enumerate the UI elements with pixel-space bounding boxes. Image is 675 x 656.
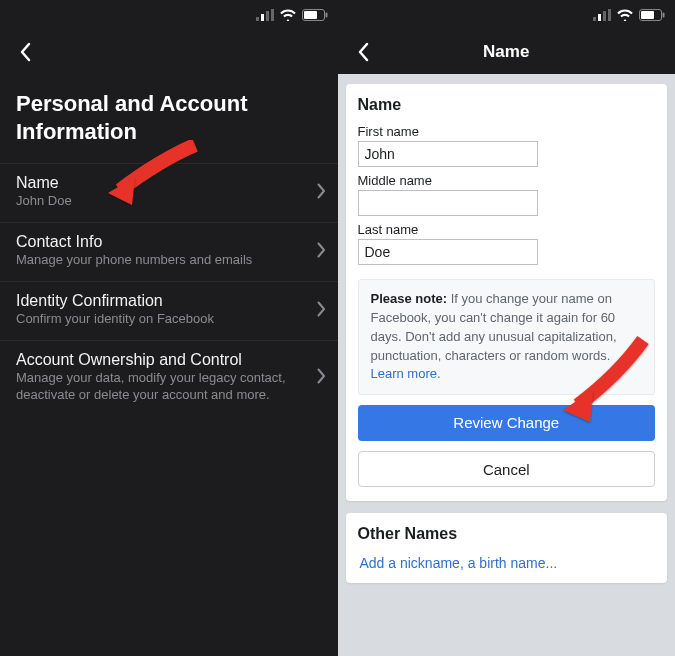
cancel-button[interactable]: Cancel [358,451,656,487]
row-title: Account Ownership and Control [16,351,298,369]
first-name-input[interactable] [358,141,538,167]
svg-rect-1 [261,14,264,21]
back-button[interactable] [12,39,38,65]
last-name-input[interactable] [358,239,538,265]
right-screen: Name Name First name Middle name Last na… [338,0,676,656]
status-bar-left [0,0,338,30]
svg-rect-0 [256,17,259,21]
nav-header-right: Name [338,30,676,74]
svg-rect-13 [641,11,654,19]
learn-more-link[interactable]: Learn more [371,366,437,381]
row-identity-confirmation[interactable]: Identity Confirmation Confirm your ident… [0,281,338,340]
name-card: Name First name Middle name Last name Pl… [346,84,668,501]
add-nickname-link[interactable]: Add a nickname, a birth name... [358,547,656,573]
chevron-right-icon [317,368,326,388]
note-bold: Please note: [371,291,448,306]
row-name[interactable]: Name John Doe [0,163,338,222]
card-title: Name [358,96,656,114]
chevron-right-icon [317,183,326,203]
svg-rect-9 [598,14,601,21]
row-title: Contact Info [16,233,298,251]
back-button[interactable] [350,39,376,65]
row-subtitle: Confirm your identity on Facebook [16,311,298,328]
row-contact-info[interactable]: Contact Info Manage your phone numbers a… [0,222,338,281]
svg-rect-6 [325,13,327,18]
wifi-icon [617,9,633,21]
row-account-ownership[interactable]: Account Ownership and Control Manage you… [0,340,338,416]
svg-rect-14 [663,13,665,18]
chevron-left-icon [357,42,369,62]
row-title: Name [16,174,298,192]
note-box: Please note: If you change your name on … [358,279,656,395]
row-subtitle: Manage your phone numbers and emails [16,252,298,269]
nav-header-left [0,30,338,74]
first-name-label: First name [358,124,656,139]
svg-rect-5 [304,11,317,19]
chevron-left-icon [19,42,31,62]
page-title: Personal and Account Information [0,74,338,163]
note-period: . [437,366,441,381]
status-bar-right [338,0,676,30]
middle-name-label: Middle name [358,173,656,188]
signal-icon [256,9,274,21]
nav-title: Name [338,42,676,62]
middle-name-input[interactable] [358,190,538,216]
chevron-right-icon [317,242,326,262]
battery-icon [302,9,328,21]
chevron-right-icon [317,301,326,321]
battery-icon [639,9,665,21]
left-screen: Personal and Account Information Name Jo… [0,0,338,656]
svg-rect-8 [593,17,596,21]
review-change-button[interactable]: Review Change [358,405,656,441]
row-subtitle: John Doe [16,193,298,210]
right-body: Name First name Middle name Last name Pl… [338,74,676,656]
svg-rect-2 [266,11,269,21]
svg-rect-3 [271,9,274,21]
last-name-label: Last name [358,222,656,237]
wifi-icon [280,9,296,21]
other-names-title: Other Names [358,525,656,543]
row-subtitle: Manage your data, modify your legacy con… [16,370,298,404]
row-title: Identity Confirmation [16,292,298,310]
signal-icon [593,9,611,21]
svg-rect-10 [603,11,606,21]
other-names-card: Other Names Add a nickname, a birth name… [346,513,668,583]
svg-rect-11 [608,9,611,21]
